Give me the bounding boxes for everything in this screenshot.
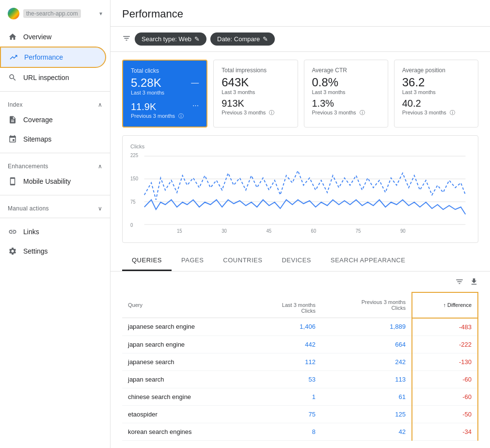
table-row: korean search engines 8 42 -34 bbox=[122, 423, 478, 440]
sidebar-label-sitemaps: Sitemaps bbox=[23, 135, 51, 143]
ctr-info-icon: ⓘ bbox=[360, 110, 365, 115]
cell-last3-5: 75 bbox=[249, 405, 321, 423]
cell-prev3-4: 61 bbox=[321, 388, 412, 405]
sidebar-label-url-inspection: URL inspection bbox=[23, 74, 69, 81]
sidebar-item-sitemaps[interactable]: Sitemaps bbox=[0, 129, 106, 149]
tab-pages[interactable]: PAGES bbox=[172, 251, 213, 271]
total-clicks-dots: ··· bbox=[192, 101, 199, 110]
sidebar-item-overview[interactable]: Overview bbox=[0, 27, 106, 47]
col-header-prev3months: Previous 3 monthsClicks bbox=[321, 292, 412, 318]
col-header-difference[interactable]: ↑ Difference bbox=[412, 292, 478, 318]
logo-icon bbox=[8, 8, 19, 19]
cell-diff-3: -60 bbox=[412, 370, 478, 388]
table-download-icon[interactable] bbox=[470, 277, 478, 288]
chart-svg: 225 150 75 0 15 30 45 60 75 90 bbox=[130, 151, 470, 239]
average-ctr-prev-value: 1.3% bbox=[312, 98, 380, 109]
metric-card-average-position[interactable]: Average position 36.2 Last 3 months 40.2… bbox=[394, 60, 478, 128]
total-clicks-value: 5.28K bbox=[131, 76, 161, 90]
sidebar-label-overview: Overview bbox=[23, 33, 51, 41]
cell-diff-0: -483 bbox=[412, 318, 478, 336]
date-compare-filter-button[interactable]: Date: Compare ✎ bbox=[210, 32, 275, 46]
section-index-label: Index bbox=[8, 101, 23, 108]
date-compare-label: Date: Compare bbox=[217, 35, 260, 43]
chevron-down-icon[interactable]: ∨ bbox=[98, 205, 102, 212]
table-area: Query Last 3 monthsClicks Previous 3 mon… bbox=[111, 272, 490, 441]
metric-card-total-impressions[interactable]: Total impressions 643K Last 3 months 913… bbox=[213, 60, 298, 128]
svg-text:75: 75 bbox=[130, 199, 136, 205]
search-type-filter-button[interactable]: Search type: Web ✎ bbox=[135, 32, 206, 46]
cell-query-6: korean search engines bbox=[122, 423, 249, 440]
chart-area: Clicks 225 150 75 0 15 30 45 60 75 90 bbox=[122, 135, 478, 243]
average-ctr-label: Average CTR bbox=[312, 67, 380, 74]
sidebar-label-mobile-usability: Mobile Usability bbox=[23, 177, 71, 185]
sidebar: the-search-app.com ▾ Overview Performanc… bbox=[0, 0, 111, 448]
divider-2 bbox=[0, 153, 110, 153]
table-row: chinese search engine 1 61 -60 bbox=[122, 388, 478, 405]
total-clicks-period2: Previous 3 months ⓘ bbox=[131, 112, 199, 120]
sidebar-logo: the-search-app.com ▾ bbox=[0, 4, 110, 27]
info-icon: ⓘ bbox=[178, 113, 184, 119]
page-header: Performance bbox=[111, 0, 490, 27]
average-ctr-period1: Last 3 months bbox=[312, 89, 380, 95]
chevron-up-icon[interactable]: ∧ bbox=[98, 101, 102, 108]
average-ctr-period2: Previous 3 months ⓘ bbox=[312, 109, 380, 116]
sidebar-label-links: Links bbox=[23, 228, 39, 236]
metrics-row: Total clicks 5.28K — Last 3 months 11.9K… bbox=[122, 60, 478, 128]
sidebar-item-mobile-usability[interactable]: Mobile Usability bbox=[0, 172, 106, 191]
cell-last3-4: 1 bbox=[249, 388, 321, 405]
total-clicks-prev-value: 11.9K bbox=[131, 101, 156, 112]
svg-text:15: 15 bbox=[177, 228, 182, 234]
filter-icon[interactable] bbox=[122, 34, 131, 45]
section-manual-actions: Manual actions ∨ bbox=[0, 199, 110, 214]
cell-prev3-3: 113 bbox=[321, 370, 412, 388]
total-impressions-label: Total impressions bbox=[221, 67, 289, 74]
tab-countries[interactable]: COUNTRIES bbox=[213, 251, 272, 271]
filter-bar: Search type: Web ✎ Date: Compare ✎ bbox=[111, 27, 490, 52]
cell-diff-5: -50 bbox=[412, 405, 478, 423]
dropdown-arrow[interactable]: ▾ bbox=[99, 10, 102, 17]
table-filter-icon[interactable] bbox=[455, 277, 464, 288]
queries-table: Query Last 3 monthsClicks Previous 3 mon… bbox=[122, 292, 478, 441]
search-icon bbox=[8, 73, 17, 82]
sidebar-item-url-inspection[interactable]: URL inspection bbox=[0, 68, 106, 87]
position-info-icon: ⓘ bbox=[450, 110, 455, 115]
total-clicks-label: Total clicks bbox=[131, 67, 199, 74]
search-type-edit-icon: ✎ bbox=[194, 35, 200, 43]
total-clicks-minus: — bbox=[191, 79, 199, 87]
average-position-value: 36.2 bbox=[402, 76, 470, 89]
sitemap-icon bbox=[8, 134, 17, 144]
col-header-query: Query bbox=[122, 292, 249, 318]
metrics-area: Total clicks 5.28K — Last 3 months 11.9K… bbox=[111, 52, 490, 128]
cell-prev3-1: 664 bbox=[321, 336, 412, 353]
sidebar-item-performance[interactable]: Performance bbox=[0, 47, 106, 68]
table-row: etaospider 75 125 -50 bbox=[122, 405, 478, 423]
sidebar-item-links[interactable]: Links bbox=[0, 222, 106, 241]
average-position-period2: Previous 3 months ⓘ bbox=[402, 109, 470, 116]
cell-last3-1: 442 bbox=[249, 336, 321, 353]
metric-card-total-clicks[interactable]: Total clicks 5.28K — Last 3 months 11.9K… bbox=[122, 60, 207, 128]
sidebar-item-coverage[interactable]: Coverage bbox=[0, 110, 106, 129]
svg-text:225: 225 bbox=[130, 153, 139, 158]
chart-y-label: Clicks bbox=[130, 144, 470, 149]
divider-1 bbox=[0, 91, 110, 92]
search-type-label: Search type: Web bbox=[142, 35, 191, 43]
impressions-info-icon: ⓘ bbox=[269, 110, 274, 115]
sidebar-item-settings[interactable]: Settings bbox=[0, 241, 106, 261]
cell-last3-6: 8 bbox=[249, 423, 321, 440]
tab-search-appearance[interactable]: SEARCH APPEARANCE bbox=[321, 251, 415, 271]
average-ctr-value: 0.8% bbox=[312, 76, 380, 89]
table-actions bbox=[122, 272, 478, 292]
total-impressions-period1: Last 3 months bbox=[221, 89, 289, 95]
sidebar-label-settings: Settings bbox=[23, 247, 48, 255]
divider-3 bbox=[0, 195, 110, 195]
sidebar-label-performance: Performance bbox=[24, 53, 63, 61]
svg-text:0: 0 bbox=[130, 223, 133, 228]
tab-queries[interactable]: QUERIES bbox=[122, 251, 172, 271]
average-position-period1: Last 3 months bbox=[402, 89, 470, 95]
tab-devices[interactable]: DEVICES bbox=[272, 251, 321, 271]
cell-query-3: japan search bbox=[122, 370, 249, 388]
chevron-up-icon-2[interactable]: ∧ bbox=[98, 163, 102, 170]
svg-text:45: 45 bbox=[266, 228, 271, 234]
metric-card-average-ctr[interactable]: Average CTR 0.8% Last 3 months 1.3% Prev… bbox=[304, 60, 388, 128]
tabs: QUERIES PAGES COUNTRIES DEVICES SEARCH A… bbox=[122, 251, 478, 271]
